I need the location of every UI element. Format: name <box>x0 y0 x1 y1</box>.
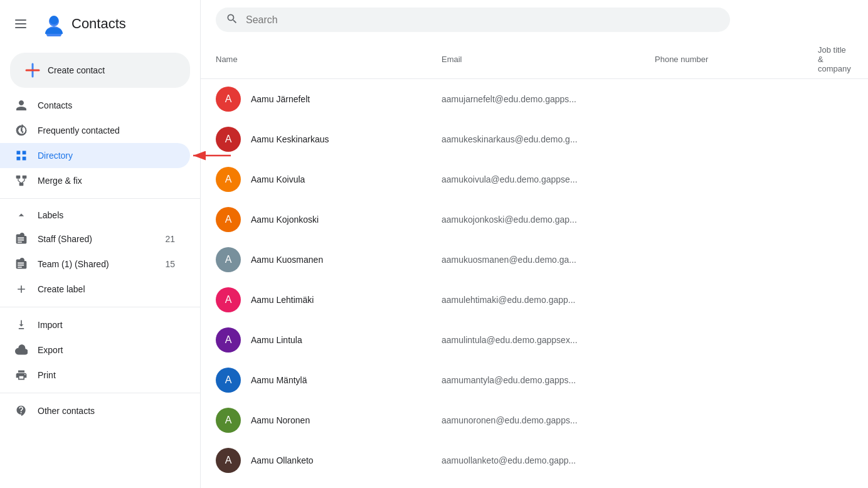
app-title: Contacts <box>71 16 126 32</box>
app-logo: Contacts <box>41 11 126 36</box>
contact-email: aamulehtimaki@edu.demo.gapp... <box>442 295 575 305</box>
contact-email: aamukojonkoski@edu.demo.gap... <box>442 215 577 225</box>
svg-rect-10 <box>16 176 21 179</box>
contact-email: aamumantyla@edu.demo.gapps... <box>442 375 576 385</box>
avatar: A <box>216 247 241 272</box>
nav-divider <box>0 198 200 199</box>
create-label-label: Create label <box>38 284 175 294</box>
contact-email: aamulintula@edu.demo.gappsex... <box>442 335 578 345</box>
label-icon-staff <box>15 233 28 245</box>
sidebar-item-export[interactable]: Export <box>0 337 190 363</box>
contacts-app-icon <box>41 11 66 36</box>
create-label-button[interactable]: Create label <box>0 277 190 302</box>
contact-name: Aamu Kuosmanen <box>251 255 323 265</box>
team-shared-label: Team (1) (Shared) <box>38 259 155 269</box>
table-row[interactable]: A Aamu Lintula aamulintula@edu.demo.gapp… <box>201 320 868 360</box>
svg-rect-11 <box>23 176 27 179</box>
contact-email: aamukuosmanen@edu.demo.ga... <box>442 255 576 265</box>
avatar: A <box>216 287 241 312</box>
sidebar-merge-fix-label: Merge & fix <box>38 176 175 186</box>
print-icon <box>15 369 28 381</box>
sidebar-item-contacts[interactable]: Contacts <box>0 93 190 118</box>
table-row[interactable]: A Aamu Mäntylä aamumantyla@edu.demo.gapp… <box>201 360 868 400</box>
main-content: Name Email Phone number Job title & comp… <box>201 0 868 488</box>
contact-name: Aamu Noronen <box>251 415 310 425</box>
export-label: Export <box>38 345 175 355</box>
contact-email: aamukoivula@edu.demo.gappse... <box>442 174 578 184</box>
search-icon <box>226 13 238 27</box>
create-contact-label: Create contact <box>48 65 105 75</box>
label-icon-team <box>15 258 28 270</box>
create-contact-button[interactable]: Create contact <box>10 53 190 88</box>
contact-email: aamukeskinarkaus@edu.demo.g... <box>442 134 578 144</box>
sidebar-item-team-shared[interactable]: Team (1) (Shared) 15 <box>0 252 190 277</box>
table-row[interactable]: A Aamu Kuosmanen aamukuosmanen@edu.demo.… <box>201 240 868 280</box>
table-row[interactable]: A Aamu Koivula aamukoivula@edu.demo.gapp… <box>201 159 868 199</box>
svg-point-4 <box>50 16 58 24</box>
column-header-email: Email <box>442 55 655 64</box>
plus-icon <box>25 63 40 78</box>
contact-name: Aamu Järnefelt <box>251 94 310 104</box>
create-label-plus-icon <box>15 283 28 295</box>
sidebar-directory-label: Directory <box>38 151 175 161</box>
avatar: A <box>216 448 241 473</box>
column-header-name: Name <box>216 55 442 64</box>
search-bar-container <box>201 0 868 40</box>
sidebar-contacts-label: Contacts <box>38 100 175 110</box>
contact-list: A Aamu Järnefelt aamujarnefelt@edu.demo.… <box>201 79 868 488</box>
avatar: A <box>216 87 241 112</box>
hamburger-menu-button[interactable] <box>10 14 31 33</box>
sidebar-item-print[interactable]: Print <box>0 363 190 388</box>
contact-email: aamunoronen@edu.demo.gapps... <box>442 415 578 425</box>
sidebar-item-staff-shared[interactable]: Staff (Shared) 21 <box>0 226 190 252</box>
person-icon <box>15 99 28 112</box>
search-bar <box>216 8 730 32</box>
sidebar: Contacts Create contact Contacts <box>0 0 201 488</box>
contact-email: aamuollanketo@edu.demo.gapp... <box>442 455 576 465</box>
sidebar-item-import[interactable]: Import <box>0 312 190 337</box>
table-row[interactable]: A Aamu Järnefelt aamujarnefelt@edu.demo.… <box>201 79 868 119</box>
import-label: Import <box>38 320 175 330</box>
labels-section-header: Labels <box>0 204 200 226</box>
contact-name: Aamu Mäntylä <box>251 375 307 385</box>
labels-divider <box>0 307 200 307</box>
sidebar-header: Contacts <box>0 5 200 43</box>
contact-name: Aamu Keskinarkaus <box>251 134 329 144</box>
table-row[interactable]: A Aamu Keskinarkaus aamukeskinarkaus@edu… <box>201 119 868 159</box>
staff-shared-label: Staff (Shared) <box>38 234 155 244</box>
contact-name: Aamu Kojonkoski <box>251 215 319 225</box>
other-contacts-label: Other contacts <box>38 406 175 416</box>
export-icon <box>15 344 28 356</box>
sidebar-item-other-contacts[interactable]: Other contacts <box>0 398 190 423</box>
merge-icon <box>15 174 28 187</box>
history-icon <box>15 124 28 137</box>
contact-name: Aamu Lintula <box>251 335 302 345</box>
contact-name: Aamu Ollanketo <box>251 455 314 465</box>
other-contacts-icon <box>15 405 28 417</box>
sidebar-frequently-contacted-label: Frequently contacted <box>38 125 175 135</box>
avatar: A <box>216 207 241 232</box>
avatar: A <box>216 408 241 433</box>
sidebar-item-frequently-contacted[interactable]: Frequently contacted <box>0 118 190 143</box>
arrow-annotation <box>187 146 237 165</box>
contact-name: Aamu Koivula <box>251 174 305 184</box>
staff-shared-count: 21 <box>165 234 175 244</box>
team-shared-count: 15 <box>165 259 175 269</box>
sidebar-item-directory[interactable]: Directory <box>0 143 190 168</box>
print-label: Print <box>38 370 175 380</box>
table-row[interactable]: A Aamu Lehtimäki aamulehtimaki@edu.demo.… <box>201 280 868 320</box>
sidebar-item-merge-fix[interactable]: Merge & fix <box>0 168 190 193</box>
contact-name: Aamu Lehtimäki <box>251 295 314 305</box>
table-row[interactable]: A Aamu Kojonkoski aamukojonkoski@edu.dem… <box>201 199 868 240</box>
import-icon <box>15 319 28 331</box>
table-row[interactable]: A Aamu Noronen aamunoronen@edu.demo.gapp… <box>201 400 868 440</box>
avatar: A <box>216 327 241 353</box>
contact-email: aamujarnefelt@edu.demo.gapps... <box>442 94 576 104</box>
grid-icon <box>15 149 28 162</box>
table-row[interactable]: A Aamu Ollanketo aamuollanketo@edu.demo.… <box>201 440 868 480</box>
avatar: A <box>216 167 241 192</box>
column-header-phone: Phone number <box>655 55 818 64</box>
avatar: A <box>216 368 241 393</box>
search-input[interactable] <box>246 14 720 26</box>
table-header: Name Email Phone number Job title & comp… <box>201 40 868 79</box>
